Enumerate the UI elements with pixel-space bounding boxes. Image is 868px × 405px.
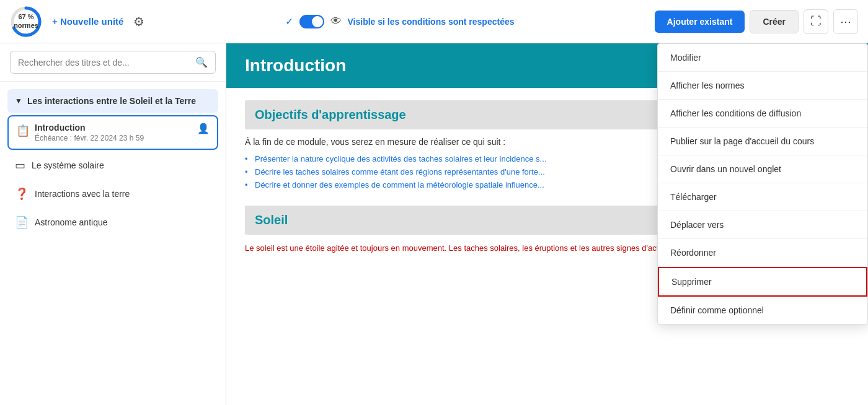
- sidebar-item-content: Introduction Échéance : févr. 22 2024 23…: [35, 123, 192, 142]
- sidebar-group: ▼ Les interactions entre le Soleil et la…: [7, 89, 218, 113]
- visibility-text: Visible si les conditions sont respectée…: [348, 17, 515, 27]
- more-options-button[interactable]: ⋯: [833, 9, 858, 34]
- dropdown-menu: ModifierAfficher les normesAfficher les …: [657, 43, 868, 324]
- search-input[interactable]: [18, 58, 190, 68]
- dropdown-item-dfinir-comme-optionnel[interactable]: Définir comme optionnel: [658, 297, 867, 324]
- collapse-arrow-icon: ▼: [15, 97, 22, 105]
- dropdown-item-tlcharger[interactable]: Télécharger: [658, 183, 867, 211]
- document-icon: 📋: [16, 124, 30, 137]
- top-bar-right: Ajouter existant Créer ⛶ ⋯: [655, 9, 858, 34]
- question-icon: ❓: [15, 187, 29, 201]
- sidebar: 🔍 ▼ Les interactions entre le Soleil et …: [0, 43, 226, 405]
- sidebar-item-label: Astronome antique: [35, 217, 108, 227]
- top-bar-center: ✓ 👁 Visible si les conditions sont respe…: [144, 15, 654, 28]
- sidebar-item-label: Le système solaire: [32, 160, 104, 170]
- fullscreen-button[interactable]: ⛶: [804, 9, 828, 34]
- sidebar-item-subtitle: Échéance : févr. 22 2024 23 h 59: [35, 134, 192, 142]
- dropdown-item-modifier[interactable]: Modifier: [658, 44, 867, 72]
- dropdown-item-afficher-les-conditions-de-diffusion[interactable]: Afficher les conditions de diffusion: [658, 100, 867, 128]
- content-wrapper: Introduction Objectifs d'apprentissage À…: [226, 43, 868, 405]
- search-box: 🔍: [10, 51, 216, 74]
- dropdown-item-publier-sur-la-page-daccueil-du-cours[interactable]: Publier sur la page d'accueil du cours: [658, 128, 867, 155]
- gear-button[interactable]: ⚙: [133, 14, 144, 29]
- sidebar-group-title: Les interactions entre le Soleil et la T…: [27, 95, 196, 107]
- dropdown-item-rordonner[interactable]: Réordonner: [658, 239, 867, 267]
- dropdown-item-ouvrir-dans-un-nouvel-onglet[interactable]: Ouvrir dans un nouvel onglet: [658, 155, 867, 183]
- sidebar-item-astronome[interactable]: 📄 Astronome antique: [7, 209, 218, 235]
- progress-circle: 67 % normes: [10, 6, 42, 38]
- new-unit-button[interactable]: + Nouvelle unité: [52, 16, 123, 27]
- dropdown-item-afficher-les-normes[interactable]: Afficher les normes: [658, 72, 867, 100]
- search-icon[interactable]: 🔍: [195, 56, 208, 68]
- sidebar-item-introduction[interactable]: 📋 Introduction Échéance : févr. 22 2024 …: [7, 115, 218, 150]
- sidebar-item-interactions[interactable]: ❓ Interactions avec la terre: [7, 181, 218, 207]
- sidebar-group-header[interactable]: ▼ Les interactions entre le Soleil et la…: [7, 89, 218, 113]
- list-icon: ▭: [15, 159, 25, 172]
- top-bar: 67 % normes + Nouvelle unité ⚙ ✓ 👁 Visib…: [0, 0, 868, 43]
- sidebar-item-label: Interactions avec la terre: [35, 189, 130, 199]
- visibility-icon: 👁: [330, 15, 342, 28]
- create-button[interactable]: Créer: [750, 10, 799, 33]
- check-mark-icon: ✓: [285, 15, 293, 27]
- sidebar-search: 🔍: [0, 43, 226, 82]
- dropdown-item-supprimer[interactable]: Supprimer: [658, 267, 867, 297]
- progress-label: 67 % normes: [14, 13, 38, 29]
- main-layout: 🔍 ▼ Les interactions entre le Soleil et …: [0, 43, 868, 405]
- sidebar-item-title: Introduction: [35, 123, 192, 133]
- top-bar-left: 67 % normes + Nouvelle unité ⚙: [10, 6, 144, 38]
- document-icon: 📄: [15, 216, 29, 229]
- sidebar-item-solar-system[interactable]: ▭ Le système solaire: [7, 152, 218, 178]
- add-existing-button[interactable]: Ajouter existant: [655, 11, 745, 33]
- soleil-text: Le soleil est une étoile agitée et toujo…: [245, 242, 715, 255]
- sidebar-content: ▼ Les interactions entre le Soleil et la…: [0, 82, 226, 405]
- visibility-toggle[interactable]: [299, 15, 324, 28]
- dropdown-item-dplacer-vers[interactable]: Déplacer vers: [658, 211, 867, 239]
- item-badge-icon: 👤: [197, 123, 210, 134]
